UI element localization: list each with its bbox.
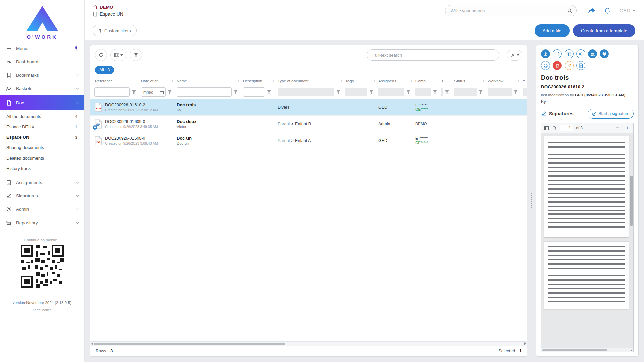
scroll-right-arrow[interactable]	[631, 349, 632, 352]
page-number-input[interactable]	[560, 125, 573, 131]
filter-funnel-icon[interactable]	[335, 89, 341, 95]
column-header-date[interactable]: Date of cr...	[138, 79, 174, 83]
column-header-tags[interactable]: Tags	[343, 79, 376, 83]
table-row[interactable]: PDF DOC230926-01608-0 Created on 9/26/20…	[90, 132, 527, 149]
sidebar-item-bookmarks[interactable]: Bookmarks	[0, 68, 84, 82]
zoom-in-button[interactable]: +	[624, 125, 631, 131]
column-header-y[interactable]: Y...	[520, 79, 527, 83]
sidebar-item-assignments[interactable]: Assignments	[0, 176, 84, 189]
sidebar-item-repository[interactable]: Repository	[0, 216, 84, 229]
global-search-input[interactable]	[451, 8, 567, 13]
print-button[interactable]	[541, 61, 550, 70]
download-button[interactable]	[541, 49, 550, 58]
space-link[interactable]: Espace UN	[93, 11, 123, 17]
pdf-search-button[interactable]	[552, 126, 557, 131]
filter-funnel-icon[interactable]	[233, 89, 239, 95]
properties-button[interactable]	[576, 61, 585, 70]
filter-funnel-icon[interactable]	[432, 89, 438, 95]
user-menu[interactable]: GED	[620, 8, 635, 13]
panel-resize-handle[interactable]	[531, 193, 533, 209]
filter-funnel-icon[interactable]	[405, 89, 411, 95]
i-filter-select[interactable]	[441, 88, 443, 96]
assigned-filter-select[interactable]	[378, 88, 404, 96]
scrollbar-thumb[interactable]	[94, 343, 285, 345]
sidebar-item-deleted-documents[interactable]: Deleted documents	[0, 153, 84, 163]
calendar-icon[interactable]	[160, 90, 164, 94]
column-header-assigned[interactable]: Assigned t...	[376, 79, 413, 83]
custom-filters-button[interactable]: Custom filters	[93, 25, 137, 36]
columns-button[interactable]	[110, 49, 126, 61]
app-root: O'WORK Menu Dashboard Bookmarks Baskets …	[0, 0, 644, 362]
vertical-scrollbar[interactable]	[630, 133, 633, 348]
notifications-button[interactable]	[604, 7, 611, 14]
column-header-i[interactable]: I...	[439, 79, 451, 83]
tab-all-documents[interactable]: All : 3	[95, 66, 114, 74]
sidebar-item-doc[interactable]: Doc	[0, 95, 84, 110]
edit-button[interactable]	[565, 61, 574, 70]
filter-funnel-icon[interactable]	[131, 89, 137, 95]
scrollbar-thumb[interactable]	[542, 349, 607, 351]
fulltext-search-input[interactable]	[367, 49, 499, 61]
zoom-out-button[interactable]: −	[614, 125, 621, 131]
export-file-button[interactable]	[553, 49, 562, 58]
share-button[interactable]	[588, 8, 595, 14]
column-header-name[interactable]: Name	[174, 79, 240, 83]
sidebar-item-signatures[interactable]: Signatures	[0, 189, 84, 202]
description-filter-input[interactable]	[243, 87, 265, 97]
sidebar-item-espace-deux[interactable]: Espace DEUX 1	[0, 122, 84, 132]
sidebar-item-history-track[interactable]: History track	[0, 163, 84, 174]
refresh-button[interactable]	[95, 49, 107, 61]
column-header-workflow[interactable]: Workflow	[485, 79, 520, 83]
duplicate-button[interactable]	[565, 49, 574, 58]
column-header-status[interactable]: Status	[451, 79, 485, 83]
filter-funnel-icon[interactable]	[167, 89, 173, 95]
sidebar-item-baskets[interactable]: Baskets	[0, 82, 84, 95]
filter-funnel-icon[interactable]	[444, 89, 450, 95]
search-icon[interactable]	[567, 8, 572, 13]
table-row[interactable]: PDF DOC230926-01610-2 Created on 9/26/20…	[90, 99, 527, 116]
sidebar-item-all-documents[interactable]: All the documents 4	[0, 111, 84, 122]
reference-filter-input[interactable]	[94, 87, 130, 97]
start-signature-button[interactable]: Start a signature	[588, 109, 634, 119]
pdf-sidebar-toggle-button[interactable]	[544, 126, 549, 131]
sidebar-item-admin[interactable]: Admin	[0, 202, 84, 216]
create-from-template-button[interactable]: Create from a template	[573, 24, 635, 37]
tags-filter-select[interactable]	[345, 88, 367, 96]
filter-funnel-icon[interactable]	[513, 89, 519, 95]
name-filter-input[interactable]	[177, 87, 232, 97]
column-header-description[interactable]: Description	[240, 79, 275, 83]
submenu-label: All the documents	[6, 114, 75, 119]
workflow-filter-select[interactable]	[488, 88, 512, 96]
pdf-horizontal-scrollbar[interactable]	[541, 348, 633, 352]
legal-notice-link[interactable]: Legal notice	[0, 308, 84, 312]
status-filter-select[interactable]	[454, 88, 477, 96]
column-header-reference[interactable]: Reference	[90, 79, 138, 83]
filter-funnel-icon[interactable]	[266, 89, 272, 95]
horizontal-scrollbar[interactable]	[90, 341, 527, 346]
table-row[interactable]: DOC230926-01609-0 Created on 9/26/2023 3…	[90, 116, 527, 132]
pdf-page-area[interactable]	[541, 133, 633, 348]
y-filter-select[interactable]	[523, 88, 527, 96]
favorite-button[interactable]	[600, 49, 609, 58]
scroll-left-arrow[interactable]	[91, 342, 93, 345]
company-filter-select[interactable]	[415, 88, 431, 96]
column-header-type[interactable]: Type of document	[275, 79, 343, 83]
type-filter-select[interactable]	[278, 88, 334, 96]
share-document-button[interactable]	[576, 49, 585, 58]
sidebar-item-espace-un[interactable]: Espace UN 3	[0, 132, 84, 142]
workspace-link[interactable]: DEMO	[93, 5, 123, 10]
table-settings-button[interactable]	[507, 50, 522, 61]
sidebar-item-menu[interactable]: Menu	[0, 42, 84, 55]
scrollbar-thumb[interactable]	[630, 176, 633, 226]
column-header-company[interactable]: Comp...	[413, 79, 439, 83]
filter-funnel-icon[interactable]	[368, 89, 374, 95]
assign-users-button[interactable]	[588, 49, 597, 58]
scroll-right-arrow[interactable]	[524, 342, 526, 345]
filter-funnel-icon[interactable]	[478, 89, 484, 95]
pin-icon[interactable]	[74, 46, 79, 51]
add-file-button[interactable]: Add a file	[535, 24, 570, 37]
filters-button[interactable]	[130, 49, 142, 61]
delete-button[interactable]	[553, 61, 562, 70]
sidebar-item-sharing-documents[interactable]: Sharing documents	[0, 142, 84, 153]
sidebar-item-dashboard[interactable]: Dashboard	[0, 55, 84, 68]
